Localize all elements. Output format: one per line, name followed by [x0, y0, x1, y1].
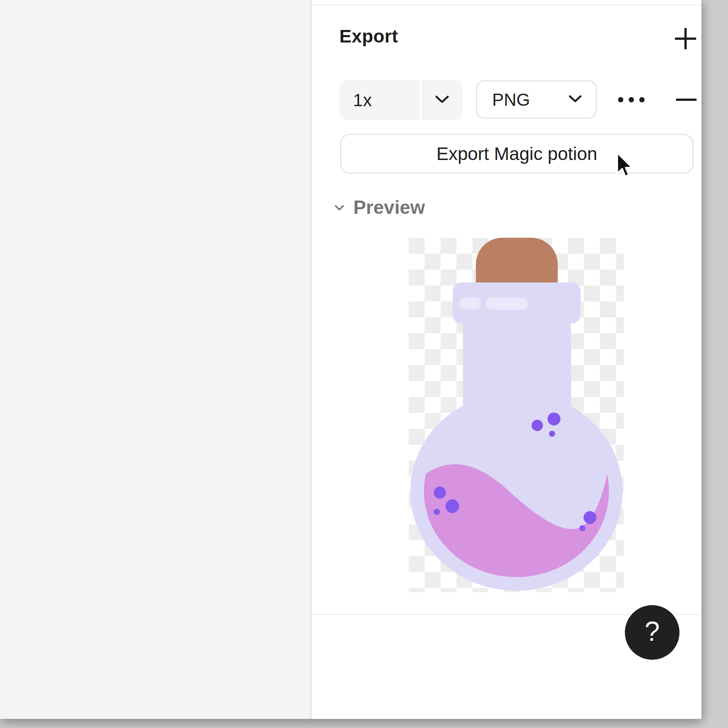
preview-section-label: Preview: [353, 196, 425, 218]
export-asset-button[interactable]: Export Magic potion: [340, 134, 693, 174]
export-section-title: Export: [339, 26, 398, 47]
export-scale-select[interactable]: 1x: [339, 80, 420, 120]
add-export-setting-button[interactable]: [675, 28, 696, 49]
export-button-label: Export Magic potion: [436, 143, 597, 164]
magic-potion-image: [409, 238, 624, 592]
chevron-down-icon: [568, 95, 582, 105]
right-sidebar-export-panel: Export 1x PNG: [312, 0, 701, 719]
ellipsis-icon: [618, 97, 623, 102]
export-format-select[interactable]: PNG: [476, 80, 597, 119]
help-button[interactable]: ?: [625, 605, 679, 660]
potion-collar-highlights: [459, 298, 528, 310]
export-more-options-button[interactable]: [612, 90, 650, 109]
export-preview-thumbnail: [409, 238, 624, 592]
figma-window: Export 1x PNG: [0, 0, 701, 719]
help-question-icon: ?: [645, 616, 660, 647]
chevron-down-icon: [435, 95, 450, 105]
remove-export-setting-button[interactable]: [676, 99, 697, 101]
export-scale-dropdown-button[interactable]: [421, 80, 463, 120]
preview-section-toggle[interactable]: Preview: [331, 194, 425, 221]
export-format-value: PNG: [492, 89, 530, 110]
design-canvas[interactable]: [0, 0, 312, 719]
chevron-down-icon: [334, 205, 344, 213]
export-scale-value: 1x: [353, 89, 372, 110]
section-divider: [312, 5, 701, 5]
